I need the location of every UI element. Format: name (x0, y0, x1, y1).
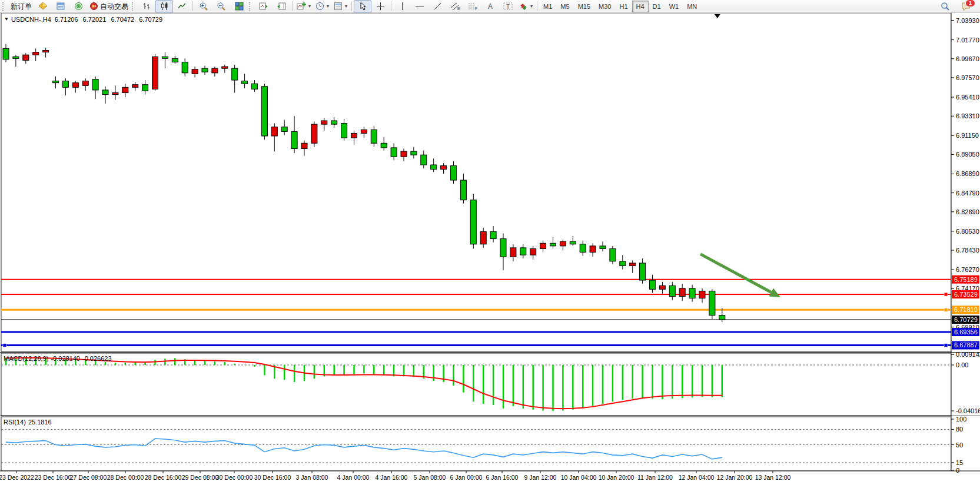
candle[interactable] (540, 243, 546, 248)
auto-scroll-button[interactable] (255, 0, 273, 13)
templates-button[interactable]: ▾ (331, 0, 350, 13)
candle[interactable] (689, 288, 695, 298)
candle[interactable] (401, 151, 407, 157)
candle[interactable] (281, 127, 287, 132)
text-button[interactable]: A (481, 0, 499, 13)
candle[interactable] (441, 166, 447, 170)
candle[interactable] (53, 81, 59, 83)
line-handle[interactable] (944, 308, 948, 311)
horizontal-line-button[interactable] (411, 0, 428, 13)
candle[interactable] (162, 57, 168, 58)
candle[interactable] (172, 58, 178, 62)
candle[interactable] (261, 87, 267, 136)
periods-button[interactable]: ▾ (313, 0, 331, 13)
chart-area[interactable]: 7.039307.017706.996706.975706.954106.933… (0, 13, 980, 488)
candle[interactable] (500, 239, 506, 257)
candle[interactable] (202, 68, 208, 72)
candle[interactable] (132, 85, 138, 88)
candle[interactable] (242, 81, 248, 84)
candle[interactable] (192, 69, 198, 74)
candle[interactable] (530, 248, 536, 255)
candle[interactable] (321, 121, 327, 124)
candle[interactable] (142, 85, 148, 91)
toolbar-grip[interactable] (2, 2, 6, 11)
candle[interactable] (3, 48, 9, 59)
timeframe-m1[interactable]: M1 (539, 1, 556, 12)
candle[interactable] (152, 57, 158, 89)
candle[interactable] (580, 244, 586, 253)
candlestick-chart-button[interactable] (155, 0, 173, 13)
candle[interactable] (182, 62, 188, 72)
bar-chart-button[interactable] (138, 0, 155, 13)
candle[interactable] (351, 133, 357, 138)
candle[interactable] (480, 231, 486, 244)
tile-windows-button[interactable] (230, 0, 248, 13)
zoom-in-button[interactable] (195, 0, 212, 13)
price-pane[interactable] (1, 13, 951, 351)
candle[interactable] (709, 291, 715, 315)
new-order-button[interactable]: 新订单 (8, 0, 34, 13)
toolbar-grip[interactable] (132, 2, 136, 11)
candle[interactable] (222, 67, 228, 68)
candle[interactable] (92, 79, 98, 90)
chart-canvas[interactable]: 7.039307.017706.996706.975706.954106.933… (0, 13, 980, 488)
timeframe-mn[interactable]: MN (683, 1, 701, 12)
candle[interactable] (311, 124, 317, 143)
candle[interactable] (212, 68, 218, 73)
candle[interactable] (82, 81, 88, 86)
timeframe-h1[interactable]: H1 (615, 1, 632, 12)
candle[interactable] (451, 166, 457, 181)
toolbar-grip[interactable] (249, 2, 253, 11)
candle[interactable] (72, 83, 78, 88)
candle[interactable] (391, 148, 397, 157)
candle[interactable] (62, 81, 68, 88)
fibonacci-button[interactable]: F (464, 0, 481, 13)
chart-shift-button[interactable] (273, 0, 290, 13)
line-chart-button[interactable] (173, 0, 191, 13)
indicators-button[interactable]: ▾ (294, 0, 313, 13)
candle[interactable] (679, 288, 685, 297)
candle[interactable] (301, 143, 307, 148)
candle[interactable] (490, 231, 496, 238)
candle[interactable] (600, 246, 606, 249)
equidistant-channel-button[interactable]: E (446, 0, 464, 13)
candle[interactable] (421, 155, 427, 165)
timeframe-w1[interactable]: W1 (665, 1, 683, 12)
candle[interactable] (590, 246, 596, 253)
candle[interactable] (431, 165, 437, 170)
candle[interactable] (112, 93, 118, 95)
candle[interactable] (381, 143, 387, 148)
candle[interactable] (23, 55, 29, 60)
candle[interactable] (33, 52, 39, 55)
candle[interactable] (122, 87, 128, 92)
candle[interactable] (252, 84, 258, 89)
candle[interactable] (669, 286, 675, 296)
candle[interactable] (640, 263, 646, 280)
navigator-button[interactable] (69, 0, 87, 13)
autotrading-button[interactable]: 自动交易 (87, 0, 131, 13)
candle[interactable] (361, 130, 367, 133)
notifications-button[interactable]: 1 (958, 0, 975, 13)
candle[interactable] (102, 90, 108, 95)
symbol-dropdown-icon[interactable]: ▼ (4, 16, 9, 22)
trendline-button[interactable] (428, 0, 446, 13)
candle[interactable] (43, 51, 49, 52)
vertical-line-button[interactable] (393, 0, 411, 13)
candle[interactable] (550, 243, 556, 246)
candle[interactable] (411, 151, 417, 155)
candle[interactable] (460, 180, 466, 200)
candle[interactable] (232, 68, 238, 80)
line-handle[interactable] (3, 343, 6, 347)
candle[interactable] (470, 200, 476, 244)
cursor-button[interactable] (354, 0, 371, 13)
candle[interactable] (659, 286, 665, 289)
candle[interactable] (371, 130, 377, 143)
candle[interactable] (650, 280, 656, 289)
timeframe-d1[interactable]: D1 (649, 1, 665, 12)
timeframe-h4[interactable]: H4 (632, 1, 649, 12)
search-button[interactable] (936, 0, 954, 13)
line-handle[interactable] (944, 343, 948, 347)
candle[interactable] (510, 248, 516, 257)
text-label-button[interactable]: T (499, 0, 517, 13)
candle[interactable] (331, 121, 337, 124)
